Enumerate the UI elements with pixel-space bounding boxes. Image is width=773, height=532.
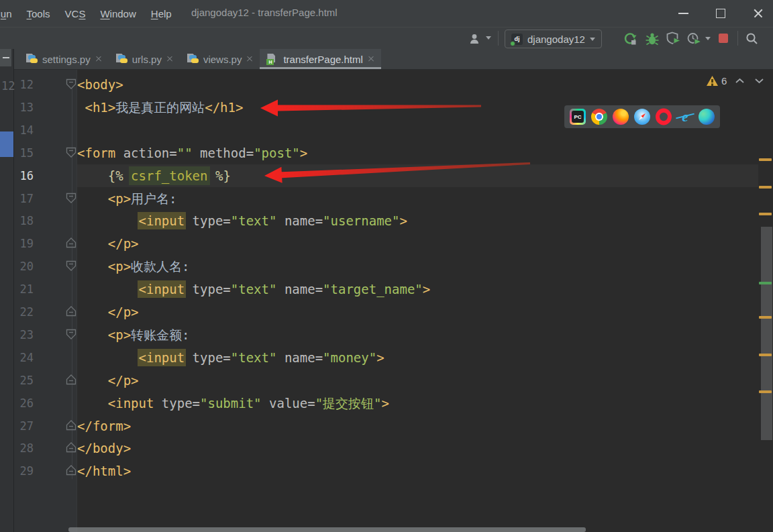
safari-icon[interactable] — [634, 109, 650, 125]
fold-marker-end[interactable] — [66, 306, 76, 317]
firefox-icon[interactable] — [613, 109, 629, 125]
code-line-16[interactable]: {% csrf_token %} — [77, 164, 231, 187]
fold-marker-end[interactable] — [66, 465, 76, 476]
stripe-mark-warning[interactable] — [759, 213, 772, 215]
python-file-icon — [25, 54, 38, 64]
tab-settings.py[interactable]: settings.py — [19, 49, 109, 69]
menu-help[interactable]: Help — [144, 8, 179, 19]
toolbar-separator — [498, 31, 499, 46]
run-config-caret-icon — [590, 38, 595, 41]
edge-icon[interactable] — [699, 109, 715, 125]
tab-close-icon[interactable] — [95, 56, 102, 62]
stripe-mark-warning[interactable] — [759, 158, 772, 161]
warning-count: 6 — [721, 75, 727, 87]
code-line-12[interactable]: <body> — [77, 73, 123, 96]
line-number-14: 14 — [13, 119, 34, 142]
toolbar-separator — [737, 31, 738, 46]
pycharm-icon[interactable]: PC — [570, 109, 586, 125]
code-line-22[interactable]: </p> — [77, 301, 139, 323]
user-profile-icon[interactable] — [469, 34, 484, 44]
stop-button[interactable] — [719, 34, 728, 43]
next-warning-chevron-icon[interactable] — [754, 78, 764, 84]
user-dropdown-caret-icon[interactable] — [486, 36, 491, 40]
inspections-widget[interactable]: 6 — [707, 75, 764, 87]
chrome-icon[interactable] — [591, 109, 607, 125]
tab-transferPage.html[interactable]: HtransferPage.html — [260, 49, 380, 69]
previous-warning-chevron-icon[interactable] — [735, 78, 745, 84]
rerun-button[interactable] — [623, 32, 637, 46]
line-number-21: 21 — [13, 278, 34, 301]
line-number-15: 15 — [13, 142, 34, 164]
fold-marker-start[interactable] — [66, 329, 76, 339]
fold-marker-end[interactable] — [66, 442, 76, 453]
code-line-20[interactable]: <p>收款人名: — [77, 255, 190, 278]
sliver-line-number: 12 — [1, 74, 15, 97]
code-line-24[interactable]: <input type="text" name="money"> — [77, 346, 384, 369]
minimize-button[interactable] — [668, 0, 698, 27]
window-controls — [668, 0, 773, 27]
code-line-21[interactable]: <input type="text" name="target_name"> — [77, 278, 430, 301]
close-button[interactable] — [743, 0, 773, 27]
tab-close-icon[interactable] — [166, 56, 173, 62]
profile-dropdown-caret-icon[interactable] — [705, 37, 711, 40]
debug-button[interactable] — [645, 32, 660, 46]
code-editor[interactable]: 12<body>13 <h1>我是真正的网站</h1>1415<form act… — [0, 70, 773, 532]
title-bar: RunToolsVCSWindowHelp djangoday12 - tran… — [0, 0, 773, 27]
tab-close-icon[interactable] — [368, 56, 374, 62]
code-line-18[interactable]: <input type="text" name="username"> — [77, 209, 407, 232]
line-number-23: 23 — [13, 323, 34, 346]
tab-label: views.py — [203, 54, 242, 65]
menu-tools[interactable]: Tools — [19, 8, 58, 19]
dash-icon — [3, 57, 9, 58]
fold-marker-end[interactable] — [66, 374, 76, 385]
tab-urls.py[interactable]: urls.py — [109, 49, 180, 69]
code-line-25[interactable]: </p> — [77, 369, 139, 392]
fold-marker-end[interactable] — [66, 237, 76, 248]
opera-icon[interactable] — [656, 109, 672, 125]
code-line-15[interactable]: <form action="" method="post"> — [77, 142, 307, 164]
python-file-icon — [187, 54, 199, 64]
fold-marker-start[interactable] — [66, 193, 76, 203]
line-number-26: 26 — [13, 392, 34, 415]
fold-marker-start[interactable] — [66, 78, 76, 89]
close-icon — [753, 8, 764, 19]
ie-icon[interactable]: e — [677, 109, 693, 125]
partial-window-sliver: 12 — [0, 49, 14, 532]
maximize-button[interactable] — [706, 0, 735, 27]
run-config-selector[interactable]: dj djangoday12 — [505, 30, 602, 48]
search-icon[interactable] — [745, 32, 759, 46]
line-number-18: 18 — [13, 209, 34, 232]
code-line-28[interactable]: </body> — [77, 437, 131, 460]
stripe-mark-warning[interactable] — [759, 354, 772, 356]
code-line-27[interactable]: </form> — [77, 415, 131, 437]
line-number-24: 24 — [13, 346, 34, 369]
stripe-mark-warning[interactable] — [759, 390, 772, 393]
tab-views.py[interactable]: views.py — [180, 49, 260, 69]
stripe-mark-warning[interactable] — [759, 316, 772, 319]
menu-vcs[interactable]: VCS — [58, 8, 93, 19]
vertical-scrollbar-thumb[interactable] — [761, 227, 772, 440]
line-number-27: 27 — [13, 415, 34, 437]
warning-triangle-icon[interactable] — [707, 76, 718, 86]
code-line-29[interactable]: </html> — [77, 460, 131, 482]
menu-window[interactable]: Window — [93, 8, 143, 19]
fold-marker-start[interactable] — [66, 147, 76, 158]
editor-tab-bar: settings.pyurls.pyviews.pyHtransferPage.… — [0, 49, 773, 70]
run-with-coverage-button[interactable] — [666, 32, 682, 46]
code-line-19[interactable]: </p> — [77, 232, 139, 255]
run-config-name: djangoday12 — [527, 34, 585, 45]
fold-marker-end[interactable] — [66, 420, 76, 431]
stripe-mark-ok[interactable] — [759, 282, 772, 284]
menu-run[interactable]: Run — [0, 8, 19, 19]
code-line-17[interactable]: <p>用户名: — [77, 187, 177, 210]
sliver-selection-block — [0, 131, 13, 157]
horizontal-scrollbar-thumb[interactable] — [68, 527, 586, 532]
profile-button[interactable] — [686, 32, 703, 46]
code-line-13[interactable]: <h1>我是真正的网站</h1> — [77, 96, 243, 119]
python-file-icon — [115, 54, 127, 64]
stripe-mark-warning[interactable] — [759, 186, 772, 189]
tab-close-icon[interactable] — [246, 56, 253, 62]
code-line-23[interactable]: <p>转账金额: — [77, 323, 190, 346]
code-line-26[interactable]: <input type="submit" value="提交按钮"> — [77, 392, 389, 415]
fold-marker-start[interactable] — [66, 260, 76, 271]
